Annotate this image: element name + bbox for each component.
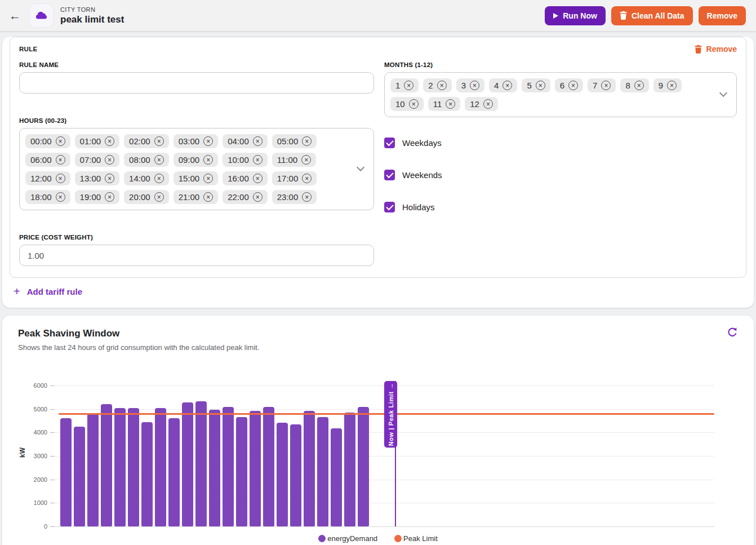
hour-chip-label: 20:00 [129,192,150,202]
month-chip-label: 12 [470,99,479,109]
chip-remove-icon[interactable]: × [502,81,512,90]
hour-chip: 01:00× [75,134,120,148]
chip-remove-icon[interactable]: × [203,136,213,146]
energy-demand-bar[interactable] [304,411,315,526]
chip-remove-icon[interactable]: × [56,136,65,146]
energy-demand-bar[interactable] [182,402,193,526]
chip-remove-icon[interactable]: × [203,192,213,202]
weekends-checkbox-row[interactable]: Weekends [384,170,737,180]
energy-demand-bar[interactable] [101,404,112,526]
energy-demand-bar[interactable] [60,418,72,526]
chip-remove-icon[interactable]: × [302,192,312,202]
chip-remove-icon[interactable]: × [154,155,164,165]
energy-demand-bar[interactable] [358,407,369,526]
hour-chip-label: 09:00 [179,155,200,165]
weekends-checkbox[interactable] [384,170,395,180]
price-input[interactable] [19,245,374,266]
rule-name-label: RULE NAME [19,61,374,68]
chip-remove-icon[interactable]: × [568,81,578,90]
energy-demand-bar[interactable] [236,417,247,526]
rule-name-input[interactable] [19,72,374,94]
energy-demand-bar[interactable] [141,422,153,526]
clean-all-data-button[interactable]: Clean All Data [611,6,693,25]
energy-demand-bar[interactable] [128,408,139,526]
chip-remove-icon[interactable]: × [253,155,263,165]
rule-section-label: RULE [19,46,38,52]
chip-remove-icon[interactable]: × [601,81,611,90]
chip-remove-icon[interactable]: × [302,174,312,183]
chip-remove-icon[interactable]: × [203,155,213,165]
hour-chip: 03:00× [174,134,219,148]
chip-remove-icon[interactable]: × [301,155,311,165]
energy-demand-bar[interactable] [195,401,207,527]
chip-remove-icon[interactable]: × [56,174,65,183]
back-arrow-icon[interactable]: ← [9,10,21,21]
peak-card-title: Peak Shaving Window [18,328,738,339]
chip-remove-icon[interactable]: × [154,174,164,183]
chip-remove-icon[interactable]: × [154,192,164,202]
hour-chip-label: 08:00 [129,155,150,165]
run-now-button[interactable]: Run Now [545,6,606,25]
hour-chip: 23:00× [272,190,317,204]
chip-remove-icon[interactable]: × [253,174,263,183]
legend-dot-icon [394,535,402,542]
add-tariff-rule-button[interactable]: + Add tariff rule [14,286,82,297]
months-select[interactable]: 1×2×3×4×5×6×7×8×9×10×11×12× [384,72,737,117]
weekdays-checkbox[interactable] [384,138,395,148]
chip-remove-icon[interactable]: × [253,136,263,146]
chip-remove-icon[interactable]: × [536,81,545,90]
energy-demand-bar[interactable] [344,413,355,527]
chip-remove-icon[interactable]: × [667,81,677,90]
chip-remove-icon[interactable]: × [302,136,312,146]
chip-remove-icon[interactable]: × [634,81,644,90]
hours-select[interactable]: 00:00×01:00×02:00×03:00×04:00×05:00×06:0… [19,128,374,210]
remove-button[interactable]: Remove [699,6,746,25]
energy-demand-bar[interactable] [250,411,261,526]
chip-remove-icon[interactable]: × [470,81,479,90]
chip-remove-icon[interactable]: × [154,136,164,146]
remove-rule-link[interactable]: Remove [695,45,737,54]
energy-demand-bar[interactable] [74,427,85,526]
chip-remove-icon[interactable]: × [483,99,493,109]
hour-chip-label: 03:00 [179,136,200,146]
chip-remove-icon[interactable]: × [253,192,263,202]
chip-remove-icon[interactable]: × [409,99,419,109]
energy-demand-bar[interactable] [263,407,274,527]
chip-remove-icon[interactable]: × [105,192,114,202]
energy-demand-bar[interactable] [87,414,99,526]
energy-demand-bar[interactable] [331,428,342,526]
energy-demand-bar[interactable] [168,418,180,526]
bars-group [60,401,369,527]
energy-demand-bar[interactable] [114,408,126,526]
hour-chip-label: 21:00 [179,192,200,202]
holidays-checkbox[interactable] [384,202,395,212]
chip-remove-icon[interactable]: × [105,136,114,146]
chevron-down-icon[interactable] [719,89,727,97]
y-axis-tick-label: 3000 [34,453,47,459]
energy-demand-bar[interactable] [155,408,166,526]
energy-demand-bar[interactable] [317,417,328,526]
chip-remove-icon[interactable]: × [105,174,114,183]
chip-remove-icon[interactable]: × [56,155,65,165]
hour-chip: 22:00× [223,190,268,204]
refresh-icon[interactable] [727,327,739,339]
legend-label: energyDemand [327,534,377,543]
trash-icon [620,11,627,20]
holidays-checkbox-row[interactable]: Holidays [384,202,737,212]
energy-demand-bar[interactable] [209,410,220,527]
now-peak-limit-annotation-label: Now | Peak Limit → [388,383,394,446]
months-label: MONTHS (1-12) [384,61,737,68]
hour-chip: 11:00× [272,153,316,167]
chip-remove-icon[interactable]: × [105,155,114,165]
chip-remove-icon[interactable]: × [404,81,413,90]
chip-remove-icon[interactable]: × [437,81,447,90]
energy-demand-bar[interactable] [223,407,234,526]
energy-demand-bar[interactable] [277,423,288,526]
energy-demand-bar[interactable] [290,424,301,526]
chip-remove-icon[interactable]: × [446,99,455,109]
chip-remove-icon[interactable]: × [203,174,213,183]
weekdays-checkbox-row[interactable]: Weekdays [384,138,737,148]
chevron-down-icon[interactable] [357,163,364,171]
hour-chip-label: 05:00 [277,136,299,146]
chip-remove-icon[interactable]: × [56,192,65,202]
